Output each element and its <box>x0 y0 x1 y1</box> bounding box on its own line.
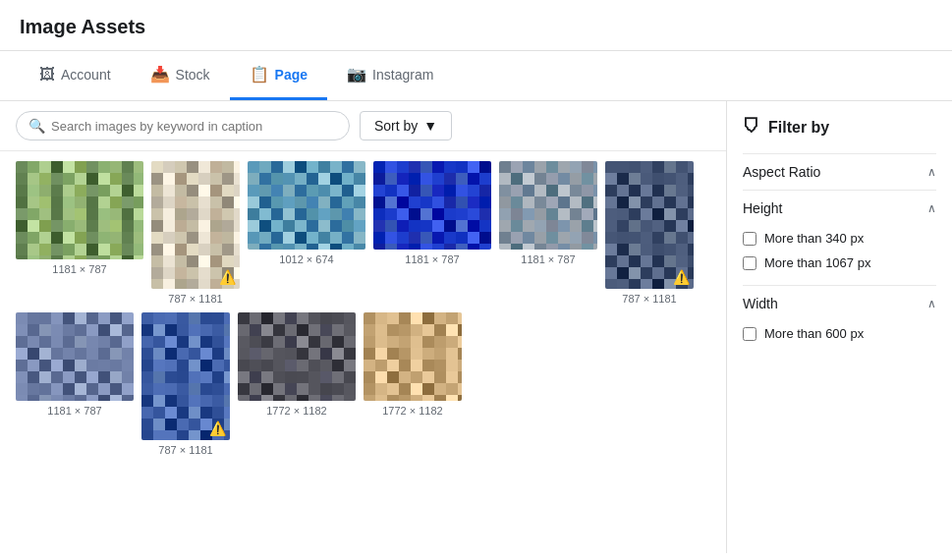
image-dimensions-label: 1012 × 674 <box>279 253 333 265</box>
filter-header: ⛉ Filter by <box>743 117 936 138</box>
image-dimensions-label: 1181 × 787 <box>47 405 101 417</box>
image-thumbnail <box>16 312 134 401</box>
filter-option-label: More than 1067 px <box>764 255 870 270</box>
image-thumbnail <box>364 312 462 401</box>
image-item[interactable]: 1772 × 1182 <box>364 312 462 456</box>
tab-stock[interactable]: 📥Stock <box>131 51 230 100</box>
main-panel: 🔍 Sort by ▼ 1181 × 787⚠️787 × 11811012 ×… <box>0 101 726 553</box>
image-item[interactable]: ⚠️787 × 1181 <box>151 161 240 305</box>
image-dimensions-label: 1772 × 1182 <box>266 405 326 417</box>
sort-dropdown-icon: ▼ <box>423 118 437 134</box>
filter-section-header[interactable]: Width∧ <box>743 286 936 321</box>
sort-button[interactable]: Sort by ▼ <box>360 111 452 140</box>
warning-badge: ⚠️ <box>673 269 690 285</box>
toolbar: 🔍 Sort by ▼ <box>0 101 726 151</box>
images-scroll-area[interactable]: 1181 × 787⚠️787 × 11811012 × 6741181 × 7… <box>0 151 726 553</box>
image-item[interactable]: 1012 × 674 <box>248 161 365 305</box>
image-item[interactable]: ⚠️787 × 1181 <box>141 312 230 456</box>
search-icon: 🔍 <box>28 118 45 134</box>
filter-section-width: Width∧More than 600 px <box>743 285 936 356</box>
image-thumbnail <box>16 161 143 259</box>
instagram-tab-icon: 📷 <box>347 65 366 84</box>
instagram-tab-label: Instagram <box>372 67 433 83</box>
search-box: 🔍 <box>16 111 350 140</box>
filter-section-aspect-ratio: Aspect Ratio∧ <box>743 153 936 190</box>
filter-option[interactable]: More than 340 px <box>743 226 936 251</box>
image-dimensions-label: 1181 × 787 <box>405 253 459 265</box>
image-dimensions-label: 787 × 1181 <box>622 293 676 305</box>
filter-options: More than 600 px <box>743 321 936 356</box>
image-thumbnail <box>499 161 597 250</box>
filter-panel: ⛉ Filter by Aspect Ratio∧Height∧More tha… <box>726 101 952 553</box>
filter-section-height: Height∧More than 340 pxMore than 1067 px <box>743 190 936 285</box>
filter-sections: Aspect Ratio∧Height∧More than 340 pxMore… <box>743 153 936 356</box>
tab-page[interactable]: 📋Page <box>230 51 327 100</box>
image-dimensions-label: 1181 × 787 <box>52 263 106 275</box>
filter-section-label: Width <box>743 296 778 311</box>
image-thumbnail: ⚠️ <box>141 312 230 440</box>
image-thumbnail <box>248 161 365 250</box>
page-tab-label: Page <box>275 67 308 83</box>
filter-option-label: More than 600 px <box>764 326 864 341</box>
filter-checkbox[interactable] <box>743 256 756 270</box>
image-dimensions-label: 1181 × 787 <box>521 253 575 265</box>
image-thumbnail: ⚠️ <box>151 161 240 289</box>
warning-badge: ⚠️ <box>219 269 236 285</box>
image-thumbnail <box>238 312 356 401</box>
filter-options: More than 340 pxMore than 1067 px <box>743 226 936 285</box>
filter-section-label: Height <box>743 200 782 216</box>
image-item[interactable]: 1181 × 787 <box>499 161 597 305</box>
chevron-up-icon: ∧ <box>927 201 936 215</box>
filter-checkbox[interactable] <box>743 327 756 341</box>
account-tab-icon: 🖼 <box>39 66 55 84</box>
image-item[interactable]: 1181 × 787 <box>16 312 134 456</box>
filter-section-header[interactable]: Height∧ <box>743 191 936 226</box>
filter-section-header[interactable]: Aspect Ratio∧ <box>743 154 936 190</box>
sort-label: Sort by <box>374 118 418 134</box>
filter-option[interactable]: More than 600 px <box>743 321 936 346</box>
chevron-up-icon: ∧ <box>927 297 936 310</box>
image-thumbnail <box>373 161 491 250</box>
search-input[interactable] <box>51 119 337 134</box>
image-item[interactable]: ⚠️787 × 1181 <box>605 161 694 305</box>
filter-icon: ⛉ <box>743 117 760 138</box>
image-dimensions-label: 787 × 1181 <box>168 293 222 305</box>
image-item[interactable]: 1181 × 787 <box>16 161 143 305</box>
tab-instagram[interactable]: 📷Instagram <box>327 51 453 100</box>
page-title: Image Assets <box>0 0 952 51</box>
image-item[interactable]: 1181 × 787 <box>373 161 491 305</box>
stock-tab-label: Stock <box>176 67 210 83</box>
page-tab-icon: 📋 <box>250 65 269 84</box>
filter-option-label: More than 340 px <box>764 231 864 246</box>
filter-checkbox[interactable] <box>743 232 756 246</box>
image-thumbnail: ⚠️ <box>605 161 694 289</box>
images-grid: 1181 × 787⚠️787 × 11811012 × 6741181 × 7… <box>16 161 710 456</box>
tabs-bar: 🖼Account📥Stock📋Page📷Instagram <box>0 51 952 101</box>
filter-section-label: Aspect Ratio <box>743 164 820 180</box>
image-item[interactable]: 1772 × 1182 <box>238 312 356 456</box>
image-dimensions-label: 787 × 1181 <box>158 444 212 456</box>
chevron-up-icon: ∧ <box>927 165 936 179</box>
tab-account[interactable]: 🖼Account <box>20 51 131 100</box>
image-dimensions-label: 1772 × 1182 <box>382 405 442 417</box>
filter-title: Filter by <box>768 119 829 137</box>
filter-option[interactable]: More than 1067 px <box>743 251 936 275</box>
warning-badge: ⚠️ <box>209 420 226 436</box>
stock-tab-icon: 📥 <box>150 65 170 84</box>
account-tab-label: Account <box>61 67 111 83</box>
content-area: 🔍 Sort by ▼ 1181 × 787⚠️787 × 11811012 ×… <box>0 101 952 553</box>
